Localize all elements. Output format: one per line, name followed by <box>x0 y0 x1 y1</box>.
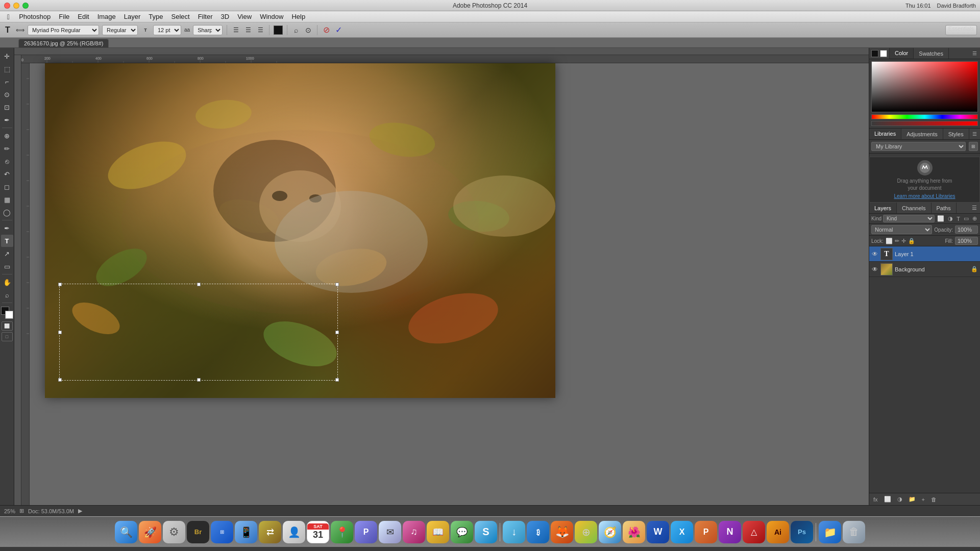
dock-bridge[interactable]: Br <box>187 521 209 543</box>
brush-tool[interactable]: ✏ <box>1 142 13 155</box>
font-size-select[interactable]: 12 pt <box>153 25 181 35</box>
library-dropdown[interactable]: My Library <box>871 142 966 151</box>
dock-downloads[interactable]: ↓ <box>503 521 525 543</box>
text-orient-icon[interactable]: ⟺ <box>15 26 24 35</box>
dock-migration-assistant[interactable]: ⇄ <box>259 521 281 543</box>
lock-position-icon[interactable]: ✛ <box>901 238 906 244</box>
font-family-select[interactable]: Myriad Pro Regular <box>28 25 99 35</box>
menu-edit[interactable]: Edit <box>74 12 93 21</box>
clone-tool[interactable]: ⎋ <box>1 155 13 167</box>
dock-folder[interactable]: 📁 <box>819 521 841 543</box>
menu-help[interactable]: Help <box>287 12 309 21</box>
tab-paths[interactable]: Paths <box>932 203 957 213</box>
tab-color[interactable]: Color <box>890 48 914 59</box>
layer-name-layer1[interactable]: Layer 1 <box>895 251 978 257</box>
foreground-swatch-mini[interactable] <box>871 50 878 57</box>
warp-text-icon[interactable]: ⌕ <box>291 26 301 35</box>
tab-swatches[interactable]: Swatches <box>914 48 949 59</box>
eyedropper-tool[interactable]: ✒ <box>1 114 13 126</box>
tab-styles[interactable]: Styles <box>943 129 969 139</box>
dock-system-preferences[interactable]: ⚙ <box>163 521 185 543</box>
filter-adjust-icon[interactable]: ◑ <box>947 215 954 222</box>
library-learn-link[interactable]: Learn more about Libraries <box>894 193 955 199</box>
dock-powerpoint[interactable]: P <box>695 521 717 543</box>
layer-mask-icon[interactable]: ⬜ <box>882 495 893 504</box>
blend-mode-select[interactable]: Normal <box>871 225 932 234</box>
menu-photoshop[interactable]: Photoshop <box>15 12 55 21</box>
filter-type-icon[interactable]: T <box>955 215 961 222</box>
screen-mode-btn[interactable]: □ <box>2 332 13 341</box>
quick-select-tool[interactable]: ⊙ <box>1 88 13 101</box>
color-gradient-field[interactable] <box>871 61 978 112</box>
layer-visibility-background[interactable]: 👁 <box>871 266 878 273</box>
document-tab[interactable]: 26361670.jpg @ 25% (RGB/8#) <box>18 39 109 47</box>
dodge-tool[interactable]: ◯ <box>1 206 13 218</box>
menu-image[interactable]: Image <box>93 12 120 21</box>
dock-photos[interactable]: 🌺 <box>623 521 645 543</box>
anti-alias-select[interactable]: Sharp <box>193 25 223 35</box>
dock-launchpad[interactable]: 🚀 <box>139 521 161 543</box>
dock-plistpro[interactable]: P <box>355 521 377 543</box>
align-right-icon[interactable]: ☰ <box>256 26 265 35</box>
opacity-input[interactable] <box>955 226 978 234</box>
zoom-fit-icon[interactable]: ⊞ <box>19 508 24 514</box>
layer-name-background[interactable]: Background <box>895 266 969 272</box>
dock-ibooks[interactable]: 📖 <box>427 521 449 543</box>
dock-skype[interactable]: S <box>475 521 497 543</box>
layer-visibility-layer1[interactable]: 👁 <box>871 251 878 258</box>
dock-illustrator[interactable]: Ai <box>767 521 789 543</box>
layer-group-icon[interactable]: 📁 <box>906 495 918 504</box>
cancel-type-icon[interactable]: ⊘ <box>322 26 331 35</box>
dock-maps[interactable]: 📍 <box>331 521 353 543</box>
fill-input[interactable] <box>955 237 978 245</box>
menu-type[interactable]: Type <box>144 12 167 21</box>
tab-adjustments[interactable]: Adjustments <box>901 129 943 139</box>
dock-coinmarkt[interactable]: ₿ <box>527 521 549 543</box>
libraries-options-icon[interactable]: ☰ <box>969 129 980 139</box>
menu-view[interactable]: View <box>233 12 256 21</box>
pen-tool[interactable]: ✒ <box>1 222 13 234</box>
apple-menu[interactable]:  <box>2 13 15 21</box>
lock-brush-icon[interactable]: ✏ <box>895 238 899 244</box>
quick-mask-btn[interactable]: ⬜ <box>2 321 13 331</box>
menu-3d[interactable]: 3D <box>217 12 234 21</box>
crop-tool[interactable]: ⊡ <box>1 101 13 113</box>
dock-firefox[interactable]: 🦊 <box>551 521 573 543</box>
lock-all-icon[interactable]: 🔒 <box>908 238 915 244</box>
layer-adjustment-icon[interactable]: ◑ <box>895 495 904 504</box>
gradient-tool[interactable]: ▦ <box>1 193 13 206</box>
filter-kind-select[interactable]: Kind <box>883 215 935 222</box>
filter-pixel-icon[interactable]: ⬜ <box>936 215 945 222</box>
dock-safari[interactable]: 🧭 <box>599 521 621 543</box>
library-grid-view-btn[interactable]: ⊞ <box>969 142 978 151</box>
shape-tool[interactable]: ▭ <box>1 260 13 272</box>
dock-calendar[interactable]: SAT 31 <box>307 521 329 543</box>
dock-word[interactable]: W <box>647 521 669 543</box>
dock-onenote[interactable]: N <box>719 521 741 543</box>
dock-itunes[interactable]: ♫ <box>403 521 425 543</box>
background-color[interactable] <box>5 311 13 319</box>
horizontal-scrollbar[interactable] <box>14 48 869 55</box>
hand-tool[interactable]: ✋ <box>1 276 13 288</box>
eraser-tool[interactable]: ◻ <box>1 181 13 193</box>
character-panel-icon[interactable]: ⊙ <box>304 26 313 35</box>
heal-tool[interactable]: ⊕ <box>1 130 13 142</box>
layer-styles-icon[interactable]: fx <box>871 495 880 504</box>
menu-file[interactable]: File <box>55 12 74 21</box>
menu-layer[interactable]: Layer <box>120 12 145 21</box>
marquee-tool[interactable]: ⬚ <box>1 63 13 75</box>
dock-apple-configurator[interactable]: ⊞ <box>211 521 233 543</box>
essentials-button[interactable]: Essentials <box>945 25 977 35</box>
history-brush-tool[interactable]: ↶ <box>1 168 13 180</box>
alpha-slider[interactable] <box>871 121 978 126</box>
lock-transparent-icon[interactable]: ⬜ <box>886 238 893 244</box>
dock-contacts[interactable]: 👤 <box>283 521 305 543</box>
maximize-button[interactable] <box>22 3 29 9</box>
tab-layers[interactable]: Layers <box>869 203 897 213</box>
tab-channels[interactable]: Channels <box>897 203 931 213</box>
path-select-tool[interactable]: ↗ <box>1 247 13 260</box>
font-style-select[interactable]: Regular <box>102 25 138 35</box>
new-layer-icon[interactable]: + <box>920 495 927 504</box>
commit-type-icon[interactable]: ✓ <box>334 26 343 35</box>
vertical-scrollbar[interactable] <box>14 55 21 505</box>
